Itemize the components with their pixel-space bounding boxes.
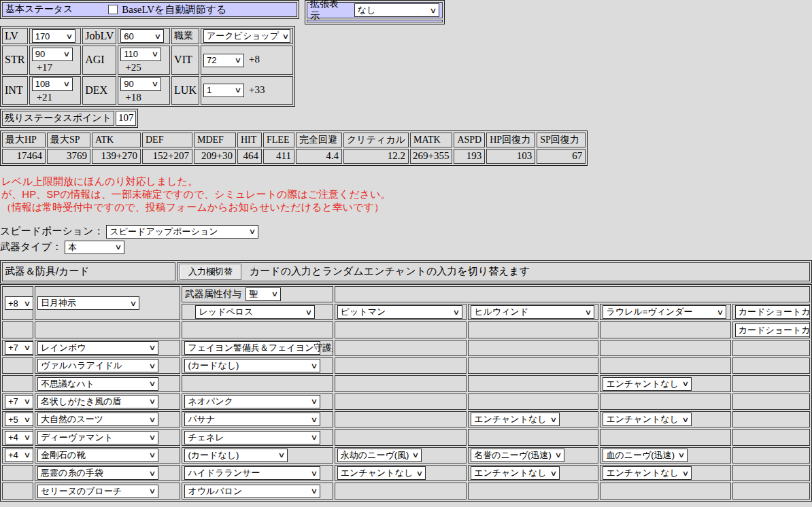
equipment-row: カードショートカット∨ xyxy=(2,321,810,338)
refine-select[interactable]: +8∨ xyxy=(5,296,33,310)
refine-select[interactable]: +7∨ xyxy=(5,395,33,408)
weapon-type-select[interactable]: 本∨ xyxy=(65,241,124,254)
agi-select[interactable]: 110∨ xyxy=(120,48,161,61)
chevron-down-icon: ∨ xyxy=(249,228,256,235)
str-select[interactable]: 90∨ xyxy=(32,48,73,61)
dex-select[interactable]: 90∨ xyxy=(120,77,161,91)
card-select[interactable]: チェネレ∨ xyxy=(184,431,320,444)
card-select[interactable]: オウルバロン∨ xyxy=(184,485,320,498)
equipment-toggle-cell: 入力欄切替 カードの入力とランダムエンチャントの入力を切り替えます xyxy=(177,262,810,281)
chevron-down-icon: ∨ xyxy=(549,470,557,477)
card-select[interactable]: ラウレル=ヴィンダー∨ xyxy=(603,305,726,319)
enchant-select[interactable]: エンチャントなし∨ xyxy=(603,413,692,426)
equip-cell-name: 大自然のスーツ∨ xyxy=(35,411,180,427)
enchant-select[interactable]: 血のニーヴ(迅速)∨ xyxy=(603,449,688,462)
equip-cell-card1: レッドペロス∨ xyxy=(182,304,333,320)
derived-stat-header: 最大SP xyxy=(47,133,90,147)
chevron-down-icon: ∨ xyxy=(152,80,159,88)
card-select[interactable]: ネオパンク∨ xyxy=(184,395,320,408)
luk-cell: 1∨+33 xyxy=(201,76,293,105)
card-shortcut-select[interactable]: カードショートカット∨ xyxy=(735,324,810,337)
chevron-down-icon: ∨ xyxy=(430,7,437,14)
chevron-down-icon: ∨ xyxy=(282,33,290,40)
card-select[interactable]: ハイドラランサー∨ xyxy=(184,466,320,480)
equipment-table: +8∨ 日月神示∨ 武器属性付与 聖∨ レッドペロス∨ ピットマン∨ ヒルウィン… xyxy=(0,284,812,502)
chevron-down-icon: ∨ xyxy=(149,416,156,423)
equip-cell-refine xyxy=(2,357,33,374)
job-cell: アークビショップ∨ xyxy=(201,28,293,44)
equipment-select[interactable]: レインボウ∨ xyxy=(37,341,158,355)
equip-cell-refine: +4∨ xyxy=(2,429,33,445)
equipment-select[interactable]: セリーヌのブローチ∨ xyxy=(37,485,158,498)
refine-select[interactable]: +7∨ xyxy=(5,341,33,355)
luk-select[interactable]: 1∨ xyxy=(203,84,244,97)
refine-select[interactable]: +4∨ xyxy=(5,449,33,462)
card-select[interactable]: ピットマン∨ xyxy=(337,305,462,319)
chevron-down-icon: ∨ xyxy=(149,434,156,441)
joblv-select[interactable]: 60∨ xyxy=(120,29,164,43)
equip-cell-name: ヴァルハラアイドル∨ xyxy=(35,357,180,374)
equipment-select[interactable]: 金剛石の靴∨ xyxy=(37,449,158,462)
refine-select[interactable]: +4∨ xyxy=(5,431,33,444)
lv-select[interactable]: 170∨ xyxy=(32,29,75,43)
luk-bonus: +33 xyxy=(249,84,265,95)
vit-bonus: +8 xyxy=(249,54,260,65)
chevron-down-icon: ∨ xyxy=(149,362,156,370)
enchant-select[interactable]: エンチャントなし∨ xyxy=(603,377,692,391)
chevron-down-icon: ∨ xyxy=(681,416,689,423)
card-select[interactable]: フェイヨン警備兵＆フェイヨン守護兵∨ xyxy=(184,341,320,355)
card-select[interactable]: (カードなし)∨ xyxy=(184,359,320,372)
extended-view-select[interactable]: なし ∨ xyxy=(354,3,439,17)
equip-cell-shortcut: カードショートカット∨ xyxy=(732,321,810,338)
derived-stat-header: HP回復力 xyxy=(486,133,535,147)
equip-cell-shortcut xyxy=(732,375,810,391)
equipment-row: セリーヌのブローチ∨オウルバロン∨ xyxy=(2,483,810,499)
refine-select[interactable]: +5∨ xyxy=(5,413,33,426)
vit-label: VIT xyxy=(171,46,199,74)
equip-cell-name xyxy=(35,321,180,338)
str-label: STR xyxy=(2,46,28,74)
card-select[interactable]: レッドペロス∨ xyxy=(195,305,315,319)
speed-potion-select[interactable]: スピードアップポーション∨ xyxy=(106,225,258,239)
enchant-select[interactable]: エンチャントなし∨ xyxy=(603,466,692,480)
enchant-select[interactable]: 名誉のニーヴ(迅速)∨ xyxy=(471,449,564,462)
derived-stat-value: 103 xyxy=(486,149,535,164)
agi-bonus: +25 xyxy=(125,62,141,73)
enchant-select[interactable]: エンチャントなし∨ xyxy=(471,466,560,480)
equipment-select[interactable]: 日月神示∨ xyxy=(37,296,139,310)
enchant-select[interactable]: エンチャントなし∨ xyxy=(337,466,426,480)
equipment-select[interactable]: ディーヴァマント∨ xyxy=(37,431,158,444)
weapon-type-label: 武器タイプ： xyxy=(0,241,62,254)
derived-stat-value: 139+270 xyxy=(92,149,141,164)
equipment-select[interactable]: ヴァルハラアイドル∨ xyxy=(37,359,158,372)
equip-cell-card2 xyxy=(335,321,467,338)
vit-select[interactable]: 72∨ xyxy=(203,54,244,67)
chevron-down-icon: ∨ xyxy=(278,451,286,459)
enchant-select[interactable]: エンチャントなし∨ xyxy=(471,413,560,426)
str-cell: 90∨+17 xyxy=(29,46,82,74)
equipment-select[interactable]: 不思議なハト∨ xyxy=(37,377,158,391)
derived-stats-table: 最大HP最大SPATKDEFMDEFHITFLEE完全回避クリティカルMATKA… xyxy=(0,130,588,166)
chevron-down-icon: ∨ xyxy=(311,470,318,477)
chevron-down-icon: ∨ xyxy=(549,416,557,423)
chevron-down-icon: ∨ xyxy=(24,398,31,405)
equip-cell-refine: +7∨ xyxy=(2,340,33,356)
equip-cell-card4 xyxy=(600,483,730,499)
baselv-auto-checkbox[interactable] xyxy=(108,5,118,14)
remaining-points-value: 107 xyxy=(116,111,137,126)
card-shortcut-select[interactable]: カードショートカット∨ xyxy=(735,305,810,319)
equipment-select[interactable]: 大自然のスーツ∨ xyxy=(37,413,158,426)
equip-cell-refine: +7∨ xyxy=(2,394,33,410)
input-toggle-button[interactable]: 入力欄切替 xyxy=(180,264,241,280)
equipment-select[interactable]: 悪霊の糸の手袋∨ xyxy=(37,466,158,480)
card-select[interactable]: パサナ∨ xyxy=(184,413,320,426)
equipment-row: 不思議なハト∨ エンチャントなし∨ xyxy=(2,375,810,391)
card-select[interactable]: (カードなし)∨ xyxy=(184,449,288,462)
equipment-select[interactable]: 名状しがたき風の盾∨ xyxy=(37,395,158,408)
equipment-row: ヴァルハラアイドル∨(カードなし)∨ xyxy=(2,357,810,374)
weapon-element-select[interactable]: 聖∨ xyxy=(246,287,281,301)
enchant-select[interactable]: 永劫のニーヴ(風)∨ xyxy=(337,449,422,462)
int-select[interactable]: 108∨ xyxy=(32,77,73,91)
job-select[interactable]: アークビショップ∨ xyxy=(203,29,290,43)
card-select[interactable]: ヒルウィンド∨ xyxy=(471,305,594,319)
